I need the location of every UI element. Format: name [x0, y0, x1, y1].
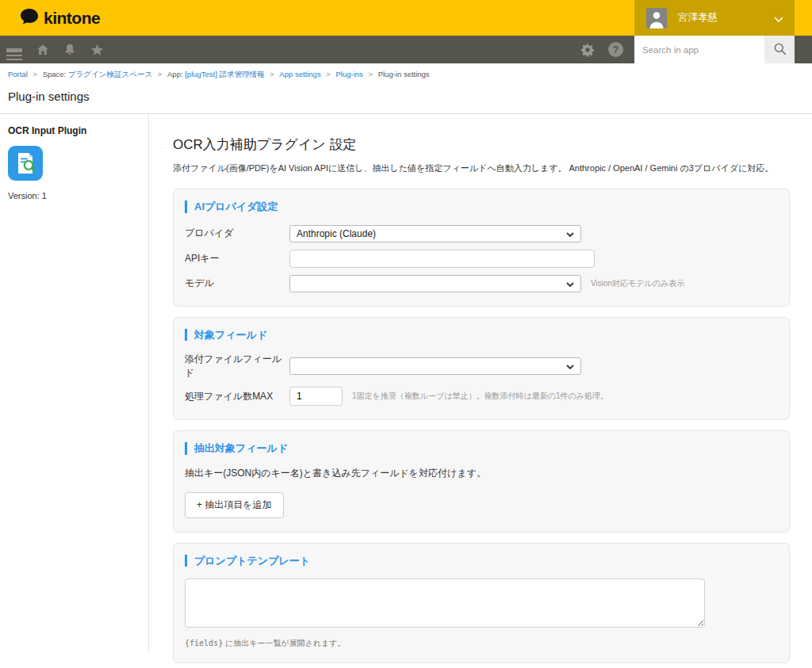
chevron-down-icon [566, 278, 574, 289]
breadcrumb-app-prefix: App: [167, 70, 185, 78]
api-key-input[interactable] [289, 250, 595, 268]
section-extract-fields-title: 抽出対象フィールド [185, 442, 778, 455]
plugin-settings-title: OCR入力補助プラグイン 設定 [173, 136, 790, 154]
breadcrumb-separator: > [368, 70, 373, 78]
kintone-cloud-logo-icon [19, 8, 40, 29]
model-label: モデル [185, 277, 289, 290]
prompt-note-text: に抽出キー一覧が展開されます。 [223, 639, 345, 647]
search-bar [634, 36, 795, 63]
provider-label: プロバイダ [185, 227, 289, 240]
prompt-note: {fields} に抽出キー一覧が展開されます。 [185, 638, 778, 649]
attachment-field-select[interactable] [289, 357, 581, 375]
breadcrumb-separator: > [158, 70, 163, 78]
max-files-label: 処理ファイル数MAX [185, 390, 289, 403]
breadcrumb-portal[interactable]: Portal [8, 70, 28, 78]
model-select[interactable] [289, 275, 581, 292]
prompt-template-textarea[interactable] [185, 578, 705, 628]
chevron-down-icon [566, 361, 574, 372]
gear-icon[interactable] [580, 43, 595, 57]
section-ai-provider-title: AIプロバイダ設定 [185, 200, 778, 213]
user-name: 宮澤孝慈 [678, 11, 718, 25]
breadcrumb-app[interactable]: [plugTest] 請求管理情報 [185, 70, 264, 78]
section-extract-fields: 抽出対象フィールド 抽出キー(JSON内のキー名)と書き込み先フィールドを対応付… [173, 430, 790, 532]
section-ai-provider: AIプロバイダ設定 プロバイダ Anthropic (Claude) APIキー… [173, 189, 790, 307]
breadcrumb-current: Plug-in settings [378, 70, 430, 78]
api-key-label: APIキー [185, 252, 289, 265]
app-header: kintone 宮澤孝慈 [0, 0, 812, 36]
breadcrumb-separator: > [33, 70, 37, 78]
plugin-settings-description: 添付ファイル(画像/PDF)をAI Vision APIに送信し、抽出した値を指… [173, 162, 790, 174]
kintone-logo-text: kintone [44, 9, 100, 28]
section-prompt-template-title: プロンプトテンプレート [185, 555, 778, 567]
breadcrumb-space[interactable]: プラグイン検証スペース [68, 70, 152, 78]
prompt-note-code: {fields} [185, 639, 223, 647]
model-note: Vision対応モデルのみ表示 [591, 278, 684, 289]
search-input[interactable] [634, 36, 764, 63]
search-icon [772, 41, 787, 59]
breadcrumb-space-prefix: Space: [43, 70, 68, 78]
kintone-logo[interactable]: kintone [19, 8, 100, 29]
plugin-settings-main: OCR入力補助プラグイン 設定 添付ファイル(画像/PDF)をAI Vision… [149, 114, 812, 652]
attachment-field-label: 添付ファイルフィールド [185, 353, 289, 380]
user-menu[interactable]: 宮澤孝慈 [634, 0, 795, 36]
breadcrumb-plugins[interactable]: Plug-ins [336, 70, 363, 78]
content: OCR Input Plugin Version: 1 OCR入力補助プラグイン… [0, 114, 812, 652]
avatar [646, 8, 667, 29]
breadcrumb-separator: > [326, 70, 331, 78]
home-icon[interactable] [36, 43, 50, 56]
toolbar: ? [0, 36, 812, 63]
page-title: Plug-in settings [8, 90, 804, 103]
bell-icon[interactable] [63, 43, 76, 56]
provider-select[interactable]: Anthropic (Claude) [289, 225, 581, 242]
search-button[interactable] [764, 36, 795, 63]
breadcrumb-separator: > [270, 70, 274, 78]
breadcrumb: Portal > Space: プラグイン検証スペース > App: [plug… [0, 63, 812, 80]
max-files-note: 1固定を推奨（複数ループは禁止）。複数添付時は最新の1件のみ処理。 [352, 391, 608, 402]
section-target-fields: 対象フィールド 添付ファイルフィールド 処理ファイル数MAX 1固定を推奨（複数… [173, 317, 790, 421]
star-icon[interactable] [90, 43, 105, 57]
chevron-down-icon [774, 11, 783, 25]
max-files-input[interactable] [289, 387, 343, 406]
plugin-version: Version: 1 [8, 191, 140, 200]
plugin-name: OCR Input Plugin [8, 125, 140, 136]
provider-select-value: Anthropic (Claude) [297, 228, 376, 239]
section-prompt-template: プロンプトテンプレート {fields} に抽出キー一覧が展開されます。 [173, 543, 790, 664]
breadcrumb-app-settings[interactable]: App settings [279, 70, 320, 78]
ocr-plugin-icon [8, 146, 140, 184]
help-icon[interactable]: ? [608, 42, 623, 57]
section-target-fields-title: 対象フィールド [185, 329, 778, 342]
add-extract-item-button[interactable]: + 抽出項目を追加 [185, 492, 284, 518]
hamburger-menu-icon[interactable] [6, 47, 22, 53]
plugin-sidebar: OCR Input Plugin Version: 1 [0, 114, 149, 652]
chevron-down-icon [566, 228, 574, 239]
extract-description: 抽出キー(JSON内のキー名)と書き込み先フィールドを対応付けます。 [185, 467, 778, 480]
